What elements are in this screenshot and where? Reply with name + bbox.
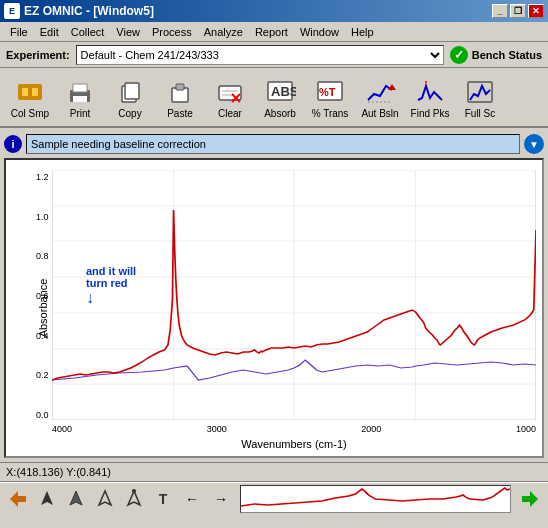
- nav-left-button[interactable]: ←: [178, 485, 206, 513]
- app-icon: E: [4, 3, 20, 19]
- print-icon: [64, 76, 96, 108]
- nav-peak3-button[interactable]: [91, 485, 119, 513]
- menu-bar: File Edit Collect View Process Analyze R…: [0, 22, 548, 42]
- close-button[interactable]: ✕: [528, 4, 544, 18]
- chart-container: Absorbance 1.2 1.0 0.8 0.6 0.4 0.2 0.0: [4, 158, 544, 458]
- find-pks-button[interactable]: Find Pks: [406, 70, 454, 124]
- window-controls: _ ❐ ✕: [492, 4, 544, 18]
- nav-forward-button[interactable]: [516, 485, 544, 513]
- experiment-label: Experiment:: [6, 49, 70, 61]
- pct-trans-icon: %T: [314, 76, 346, 108]
- mini-chart: [240, 485, 511, 513]
- spectrum-title: Sample needing baseline correction: [26, 134, 520, 154]
- absorb-button[interactable]: ABS Absorb: [256, 70, 304, 124]
- svg-rect-9: [176, 84, 184, 90]
- restore-button[interactable]: ❐: [510, 4, 526, 18]
- col-smp-label: Col Smp: [11, 108, 49, 119]
- svg-marker-36: [10, 491, 26, 507]
- full-sc-icon: [464, 76, 496, 108]
- clear-button[interactable]: Clear: [206, 70, 254, 124]
- svg-rect-5: [73, 96, 87, 102]
- bench-status-icon: ✓: [450, 46, 468, 64]
- y-axis-ticks: 1.2 1.0 0.8 0.6 0.4 0.2 0.0: [36, 172, 49, 420]
- aut-bsln-button[interactable]: Aut Bsln: [356, 70, 404, 124]
- chart-annotation: and it will turn red ↓: [86, 265, 136, 307]
- svg-rect-4: [73, 84, 87, 92]
- dropdown-icon[interactable]: ▼: [524, 134, 544, 154]
- x-axis-label: Wavenumbers (cm-1): [52, 438, 536, 450]
- svg-marker-38: [70, 491, 82, 505]
- spectrum-header: i Sample needing baseline correction ▼: [4, 132, 544, 156]
- menu-file[interactable]: File: [4, 24, 34, 40]
- paste-label: Paste: [167, 108, 193, 119]
- aut-bsln-label: Aut Bsln: [361, 108, 398, 119]
- svg-rect-1: [22, 88, 28, 96]
- annotation-arrow: ↓: [86, 289, 136, 307]
- menu-edit[interactable]: Edit: [34, 24, 65, 40]
- menu-view[interactable]: View: [110, 24, 146, 40]
- svg-marker-37: [41, 491, 53, 505]
- copy-button[interactable]: Copy: [106, 70, 154, 124]
- print-button[interactable]: Print: [56, 70, 104, 124]
- col-smp-icon: [14, 76, 46, 108]
- x-axis-ticks: 4000 3000 2000 1000: [52, 424, 536, 434]
- menu-collect[interactable]: Collect: [65, 24, 111, 40]
- svg-rect-0: [18, 84, 42, 100]
- bench-status-label: Bench Status: [472, 49, 542, 61]
- svg-point-41: [132, 489, 136, 493]
- nav-peak2-button[interactable]: [62, 485, 90, 513]
- svg-rect-7: [125, 83, 139, 99]
- pct-trans-label: % Trans: [312, 108, 349, 119]
- svg-text:ABS: ABS: [271, 84, 296, 99]
- status-bar: X:(418.136) Y:(0.841): [0, 462, 548, 482]
- aut-bsln-icon: [364, 76, 396, 108]
- bottom-toolbar: T ← →: [0, 482, 548, 514]
- clear-label: Clear: [218, 108, 242, 119]
- text-button[interactable]: T: [149, 485, 177, 513]
- experiment-bar: Experiment: Default - Chem 241/243/333 ✓…: [0, 42, 548, 68]
- svg-rect-2: [32, 88, 38, 96]
- info-icon: i: [4, 135, 22, 153]
- full-sc-button[interactable]: Full Sc: [456, 70, 504, 124]
- svg-marker-42: [522, 491, 538, 507]
- absorb-label: Absorb: [264, 108, 296, 119]
- main-area: i Sample needing baseline correction ▼ A…: [0, 128, 548, 462]
- menu-analyze[interactable]: Analyze: [198, 24, 249, 40]
- paste-button[interactable]: Paste: [156, 70, 204, 124]
- svg-marker-39: [99, 491, 111, 505]
- svg-text:%T: %T: [319, 86, 336, 98]
- minimize-button[interactable]: _: [492, 4, 508, 18]
- nav-peak1-button[interactable]: [33, 485, 61, 513]
- nav-right-button[interactable]: →: [207, 485, 235, 513]
- clear-icon: [214, 76, 246, 108]
- full-sc-label: Full Sc: [465, 108, 496, 119]
- bench-status: ✓ Bench Status: [450, 46, 542, 64]
- col-smp-button[interactable]: Col Smp: [6, 70, 54, 124]
- nav-back-button[interactable]: [4, 485, 32, 513]
- experiment-select[interactable]: Default - Chem 241/243/333: [76, 45, 444, 65]
- svg-rect-10: [219, 86, 241, 100]
- paste-icon: [164, 76, 196, 108]
- find-pks-icon: [414, 76, 446, 108]
- copy-icon: [114, 76, 146, 108]
- window-title: EZ OMNIC - [Window5]: [24, 4, 154, 18]
- print-label: Print: [70, 108, 91, 119]
- nav-peak4-button[interactable]: [120, 485, 148, 513]
- copy-label: Copy: [118, 108, 141, 119]
- title-bar: E EZ OMNIC - [Window5] _ ❐ ✕: [0, 0, 548, 22]
- find-pks-label: Find Pks: [411, 108, 450, 119]
- menu-window[interactable]: Window: [294, 24, 345, 40]
- status-text: X:(418.136) Y:(0.841): [6, 466, 111, 478]
- menu-process[interactable]: Process: [146, 24, 198, 40]
- absorb-icon: ABS: [264, 76, 296, 108]
- pct-trans-button[interactable]: %T % Trans: [306, 70, 354, 124]
- menu-report[interactable]: Report: [249, 24, 294, 40]
- menu-help[interactable]: Help: [345, 24, 380, 40]
- svg-marker-40: [128, 491, 140, 505]
- icon-toolbar: Col Smp Print Copy Paste: [0, 68, 548, 128]
